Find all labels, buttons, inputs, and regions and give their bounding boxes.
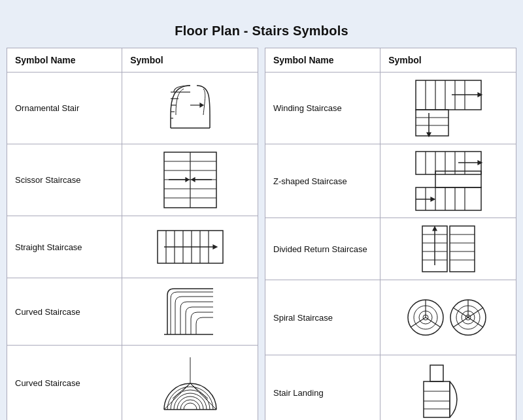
svg-marker-76	[433, 227, 437, 231]
table-row: Scissor Staircase	[7, 144, 258, 216]
table-row: Ornamental Stair	[7, 73, 258, 144]
cell-symbol-landing	[380, 355, 516, 420]
svg-line-92	[453, 308, 468, 317]
left-header-row: Symbol Name Symbol	[7, 48, 258, 73]
cell-name: Scissor Staircase	[7, 144, 122, 216]
svg-marker-27	[213, 245, 217, 249]
table-row: Divided Return Staircase	[265, 218, 516, 280]
table-row: Curved Staircase	[7, 278, 258, 346]
svg-line-89	[468, 317, 483, 327]
svg-marker-18	[192, 178, 195, 182]
cell-name: Spiral Staircase	[265, 280, 380, 355]
table-row: Spiral Staircase	[265, 280, 516, 355]
cell-name: Stair Landing	[265, 355, 380, 420]
svg-rect-36	[416, 110, 448, 136]
cell-name: Divided Return Staircase	[265, 218, 380, 280]
left-col-symbol-header: Symbol	[122, 48, 258, 72]
cell-name: Ornamental Stair	[7, 73, 122, 144]
cell-name: Winding Staircase	[265, 73, 380, 144]
cell-symbol-zshaped	[380, 144, 516, 218]
cell-symbol-divided-return	[380, 218, 516, 280]
cell-symbol-curved1	[122, 278, 258, 345]
right-col-name-header: Symbol Name	[265, 48, 380, 72]
cell-name: Curved Staircase	[7, 278, 122, 345]
right-header-row: Symbol Name Symbol	[265, 48, 516, 73]
cell-symbol-straight	[122, 216, 258, 278]
svg-line-83	[411, 317, 426, 327]
cell-symbol-curved2	[122, 346, 258, 420]
svg-line-90	[453, 317, 468, 327]
svg-line-31	[173, 383, 190, 398]
svg-marker-64	[431, 197, 435, 201]
table-row: Winding Staircase	[265, 73, 516, 144]
cell-symbol-spiral	[380, 280, 516, 355]
cell-symbol-scissor	[122, 144, 258, 216]
svg-line-91	[468, 308, 483, 317]
table-row: Stair Landing	[265, 355, 516, 420]
svg-rect-66	[450, 226, 475, 272]
right-table: Symbol Name Symbol Winding Staircase	[265, 48, 516, 420]
table-row: Curved Staircase	[7, 346, 258, 420]
svg-rect-49	[435, 171, 481, 187]
svg-marker-16	[186, 178, 189, 182]
cell-name: Z-shaped Staircase	[265, 144, 380, 218]
svg-marker-5	[200, 103, 203, 107]
svg-line-82	[426, 317, 441, 327]
cell-symbol-ornamental	[122, 73, 258, 144]
table-row: Z-shaped Staircase	[265, 144, 516, 218]
cell-name: Straight Staircase	[7, 216, 122, 278]
left-col-name-header: Symbol Name	[7, 48, 122, 72]
left-table: Symbol Name Symbol Ornamental Stair	[7, 48, 258, 420]
table-row: Straight Staircase	[7, 216, 258, 278]
cell-name: Curved Staircase	[7, 346, 122, 420]
svg-rect-95	[430, 365, 443, 381]
page-wrapper: Floor Plan - Stairs Symbols Symbol Name …	[0, 13, 523, 420]
page-title: Floor Plan - Stairs Symbols	[175, 24, 348, 39]
svg-rect-93	[424, 381, 450, 417]
main-table-area: Symbol Name Symbol Ornamental Stair	[7, 48, 516, 420]
cell-symbol-winding	[380, 73, 516, 144]
right-col-symbol-header: Symbol	[380, 48, 516, 72]
